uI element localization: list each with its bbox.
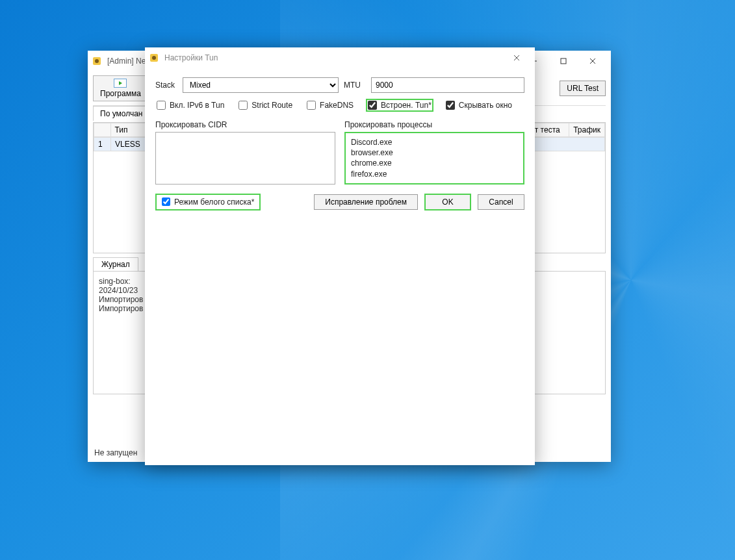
tab-journal[interactable]: Журнал (93, 257, 138, 271)
svg-point-9 (152, 56, 156, 60)
tun-dialog: Настройки Tun Stack Mixed MTU Вкл. IPv6 … (145, 47, 535, 465)
proxy-processes-listbox[interactable]: Discord.exe browser.exe chrome.exe firef… (344, 132, 524, 185)
proxy-processes-label: Проксировать процессы (344, 120, 524, 129)
dialog-close-button[interactable] (502, 49, 531, 67)
dialog-app-icon (149, 53, 159, 63)
proxy-cidr-label: Проксировать CIDR (155, 120, 335, 129)
checkbox-strict-input[interactable] (239, 101, 248, 110)
tab-default[interactable]: По умолчан (93, 106, 149, 121)
checkbox-strict-route[interactable]: Strict Route (239, 101, 292, 110)
list-item[interactable]: chrome.exe (351, 158, 518, 168)
list-item[interactable]: browser.exe (351, 147, 518, 158)
list-item[interactable]: firefox.exe (351, 169, 518, 179)
status-text: Не запущен (94, 448, 137, 457)
checkbox-ipv6[interactable]: Вкл. IPv6 в Tun (157, 101, 224, 110)
program-button-label: Программа (100, 89, 141, 98)
app-icon (92, 56, 102, 66)
checkbox-builtin-tun[interactable]: Встроен. Tun* (368, 101, 432, 110)
grid-header-num (94, 123, 111, 137)
grid-header-traffic: Трафик (569, 123, 605, 137)
mtu-label: MTU (344, 81, 366, 90)
checkbox-fakedns-input[interactable] (307, 101, 316, 110)
list-item[interactable]: Discord.exe (351, 137, 518, 147)
close-button[interactable] (578, 52, 607, 70)
dialog-titlebar[interactable]: Настройки Tun (145, 47, 535, 68)
url-test-button[interactable]: URL Test (560, 81, 606, 96)
fix-problems-button[interactable]: Исправление проблем (314, 194, 418, 210)
svg-point-1 (95, 59, 99, 63)
play-icon (114, 79, 127, 88)
checkbox-whitelist[interactable]: Режим белого списка* (155, 194, 261, 210)
proxy-cidr-listbox[interactable] (155, 132, 335, 185)
program-button[interactable]: Программа (93, 75, 148, 101)
stack-select[interactable]: Mixed (183, 77, 339, 93)
stack-label: Stack (155, 81, 177, 90)
ok-button[interactable]: OK (424, 194, 471, 210)
maximize-button[interactable] (548, 52, 578, 70)
mtu-input[interactable] (371, 77, 524, 93)
checkbox-hide-window[interactable]: Скрывать окно (446, 101, 512, 110)
cell-num: 1 (94, 138, 111, 151)
checkbox-ipv6-input[interactable] (157, 101, 166, 110)
checkbox-builtin-input[interactable] (368, 101, 377, 110)
checkbox-hide-input[interactable] (446, 101, 455, 110)
grid-header-test: т теста (530, 123, 569, 137)
checkbox-whitelist-input[interactable] (162, 197, 170, 206)
checkbox-fakedns[interactable]: FakeDNS (307, 101, 354, 110)
dialog-title: Настройки Tun (164, 53, 502, 62)
svg-rect-3 (561, 58, 566, 64)
cancel-button[interactable]: Cancel (478, 194, 524, 210)
